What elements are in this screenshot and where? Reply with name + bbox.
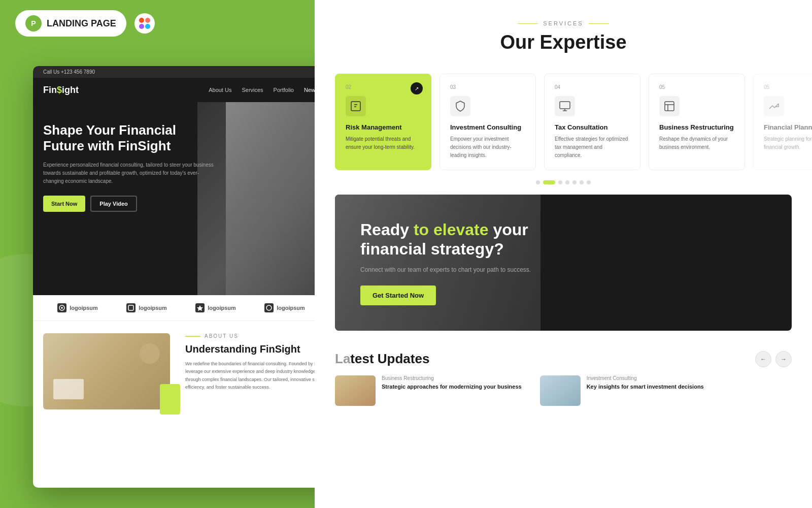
card-number-4: 05 xyxy=(659,84,734,90)
services-header: SERVICES Our Expertise xyxy=(315,0,812,64)
hero-subtitle: Experience personalized financial consul… xyxy=(43,161,216,185)
services-cards: 02 ↗ Risk Management Mitigate potential … xyxy=(315,74,812,170)
update-image-1 xyxy=(335,375,376,406)
hero-buttons: Start Now Play Video xyxy=(43,196,216,212)
service-card-5: 05 Financial Planning Strategic planning… xyxy=(753,74,812,170)
badge-label: LANDING PAGE xyxy=(47,18,116,29)
card-desc-5: Strategic planning for sustainable finan… xyxy=(764,135,812,151)
hero-content: Shape Your Financial Future with FinSigh… xyxy=(43,122,216,212)
card-icon-3 xyxy=(555,96,575,116)
nav-arrows: ← → xyxy=(755,351,792,367)
cta-content: Ready to elevate your financial strategy… xyxy=(360,220,766,305)
logo-item-3: logoipsum xyxy=(195,303,236,312)
card-desc-4: Reshape the dynamics of your business en… xyxy=(659,135,734,151)
dot-6[interactable] xyxy=(580,180,584,184)
update-text-1: Strategic approaches for modernizing you… xyxy=(382,383,522,391)
svg-rect-6 xyxy=(665,102,674,111)
updates-title: Latest Updates xyxy=(335,351,429,367)
dot-5[interactable] xyxy=(572,180,577,184)
about-image xyxy=(43,333,170,409)
dot-3[interactable] xyxy=(558,180,562,184)
logo-item-4: logoipsum xyxy=(264,303,305,312)
service-card-2: 03 Investment Consulting Empower your in… xyxy=(439,74,536,170)
update-category-2: Investment Consulting xyxy=(587,375,704,381)
service-card-4: 05 Business Restructuring Reshape the dy… xyxy=(649,74,745,170)
services-title: Our Expertise xyxy=(345,31,782,53)
services-section-label: SERVICES xyxy=(345,20,782,26)
logo-text-3: logoipsum xyxy=(208,305,236,311)
logo-icon-2 xyxy=(126,303,136,312)
service-card-1: 02 ↗ Risk Management Mitigate potential … xyxy=(335,74,431,170)
updates-header: Latest Updates ← → xyxy=(335,351,792,367)
update-image-2 xyxy=(540,375,581,406)
logo-icon-3 xyxy=(195,303,205,312)
card-icon-1 xyxy=(346,96,366,116)
card-number-2: 03 xyxy=(450,84,525,90)
update-card-2: Investment Consulting Key insights for s… xyxy=(540,375,704,406)
update-info-1: Business Restructuring Strategic approac… xyxy=(382,375,522,391)
nav-about[interactable]: About Us xyxy=(209,87,231,93)
logo-text-1: logoipsum xyxy=(70,305,98,311)
card-number-5: 05 xyxy=(764,84,812,90)
top-bar: P LANDING PAGE xyxy=(15,10,155,37)
service-card-3: 04 Tax Consultation Effective strategies… xyxy=(544,74,640,170)
svg-rect-5 xyxy=(560,102,570,109)
cta-section: Ready to elevate your financial strategy… xyxy=(335,195,792,331)
update-cards: Business Restructuring Strategic approac… xyxy=(335,375,792,406)
about-image-accent xyxy=(160,384,180,415)
logo-icon-4 xyxy=(264,303,274,312)
site-logo: Fin$ight xyxy=(43,85,79,96)
nav-services[interactable]: Services xyxy=(242,87,263,93)
card-title-2: Investment Consulting xyxy=(450,123,525,131)
logo-item-1: logoipsum xyxy=(57,303,98,312)
update-category-1: Business Restructuring xyxy=(382,375,522,381)
dot-2[interactable] xyxy=(543,180,555,184)
nav-portfolio[interactable]: Portfolio xyxy=(274,87,294,93)
card-icon-2 xyxy=(450,96,470,116)
updates-section: Latest Updates ← → Business Restructurin… xyxy=(315,341,812,416)
logo-item-2: logoipsum xyxy=(126,303,167,312)
start-now-button[interactable]: Start Now xyxy=(43,196,85,212)
svg-rect-1 xyxy=(128,305,133,310)
next-arrow[interactable]: → xyxy=(775,351,792,367)
badge-icon: P xyxy=(25,15,42,31)
card-desc-1: Mitigate potential threats and ensure yo… xyxy=(346,135,421,151)
hero-title: Shape Your Financial Future with FinSigh… xyxy=(43,122,216,154)
update-text-2: Key insights for smart investment decisi… xyxy=(587,383,704,391)
cta-title: Ready to elevate your financial strategy… xyxy=(360,220,573,259)
prev-arrow[interactable]: ← xyxy=(755,351,771,367)
card-desc-3: Effective strategies for optimized tax m… xyxy=(555,135,630,160)
card-arrow-1[interactable]: ↗ xyxy=(411,82,423,94)
about-image-container xyxy=(43,333,175,409)
card-icon-5 xyxy=(764,96,784,116)
card-title-4: Business Restructuring xyxy=(659,123,734,131)
cta-highlight: to elevate xyxy=(414,220,489,239)
right-panel: SERVICES Our Expertise 02 ↗ Risk Managem… xyxy=(315,0,812,508)
card-title-1: Risk Management xyxy=(346,123,421,131)
dot-4[interactable] xyxy=(565,180,569,184)
figma-icon[interactable] xyxy=(134,13,155,34)
card-number-1: 02 xyxy=(346,84,421,90)
carousel-dots xyxy=(315,180,812,189)
get-started-button[interactable]: Get Started Now xyxy=(360,285,436,305)
logo-text-2: logoipsum xyxy=(139,305,167,311)
phone-label: Call Us +123 456 7890 xyxy=(43,69,95,75)
svg-rect-4 xyxy=(351,102,360,111)
dot-7[interactable] xyxy=(587,180,591,184)
cta-desc: Connect with our team of experts to char… xyxy=(360,266,543,273)
logo-icon-1 xyxy=(57,303,66,312)
dot-1[interactable] xyxy=(536,180,540,184)
card-title-3: Tax Consultation xyxy=(555,123,630,131)
card-number-3: 04 xyxy=(555,84,630,90)
update-info-2: Investment Consulting Key insights for s… xyxy=(587,375,704,391)
landing-page-badge: P LANDING PAGE xyxy=(15,10,126,37)
logo-text-4: logoipsum xyxy=(277,305,305,311)
svg-point-2 xyxy=(266,305,272,310)
card-title-5: Financial Planning xyxy=(764,123,812,131)
update-card-1: Business Restructuring Strategic approac… xyxy=(335,375,522,406)
play-video-button[interactable]: Play Video xyxy=(90,196,137,212)
card-icon-4 xyxy=(659,96,680,116)
card-desc-2: Empower your investment decisions with o… xyxy=(450,135,525,160)
